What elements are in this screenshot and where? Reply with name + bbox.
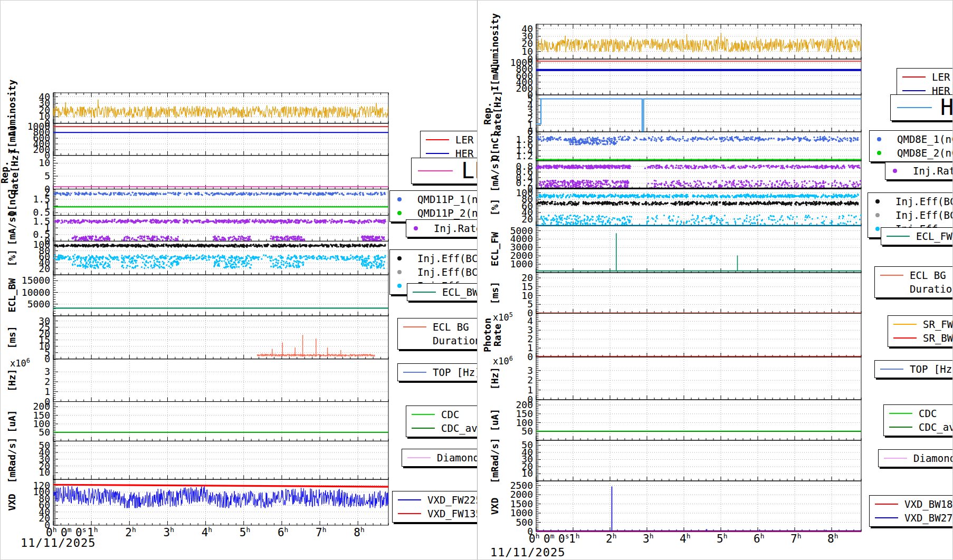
legend-ecl-fw: ECL_FW — [881, 227, 953, 245]
x-axis-hour-label: 8h — [827, 532, 838, 545]
legend-vxd-fw225: VXD_FW225VXD_FW135 — [392, 491, 488, 523]
legend-inj-rate: Inj.Rate — [885, 162, 953, 180]
legend-line-marker — [889, 413, 912, 414]
y-tick-label: 0.8 — [516, 161, 533, 172]
legend-line-marker — [875, 504, 898, 505]
right-beam-monitor-chart: 11/11/2025 010203040Luminosity0200400600… — [477, 1, 953, 560]
x-axis-hour-label: 7h — [790, 532, 801, 545]
legend-label: VXD_BW180 — [904, 497, 953, 511]
legend-dot-marker — [877, 137, 881, 141]
legend-line-marker — [403, 372, 426, 373]
y-axis-unit-label: [%] — [6, 249, 17, 267]
legend-item: QMD11P_2(nC) — [395, 206, 490, 220]
legend-qmd8e-1-nc-: QMD8E_1(nC)QMD8E_2(nC) — [869, 130, 953, 162]
x-axis-hour-label: 5h — [717, 532, 727, 545]
legend-item: CDC_av — [889, 420, 953, 434]
y-tick-label: 4 — [527, 315, 533, 326]
legend-label: Diamond — [913, 451, 953, 465]
legend-label: TOP [Hz] — [910, 362, 953, 376]
legend-item: CDC — [889, 407, 953, 420]
y-axis-unit-label: I[mA] — [6, 125, 17, 153]
legend-label: QMD8E_1(nC) — [897, 132, 953, 146]
legend-item: VXD_BW270 — [875, 511, 953, 525]
legend-line-marker — [407, 457, 431, 458]
legend-dot-marker — [397, 211, 402, 215]
legend-item: LER — [426, 133, 473, 147]
x-axis-hour-label: 2h — [606, 532, 616, 545]
x-axis-hour-label: 5h — [240, 526, 250, 539]
x-axis-start-label: 0s — [75, 526, 86, 539]
series-HER — [536, 99, 861, 132]
legend-diamond: Diamond — [402, 449, 485, 467]
legend-label: QMD8E_2(nC) — [897, 146, 953, 160]
x-axis-hour-label: 6h — [278, 526, 288, 539]
legend-label: Inj.Rate — [434, 221, 482, 235]
legend-line-marker — [398, 513, 421, 514]
legend-item: Diamond — [407, 451, 479, 465]
legend-item: SR_FW — [893, 317, 953, 331]
legend-line-marker — [398, 499, 421, 500]
legend-line-marker — [426, 153, 449, 154]
legend-sr-fw: SR_FWSR_BW — [888, 315, 953, 347]
y-tick-label: 200 — [33, 401, 50, 412]
y-axis-unit-label: [ms] — [6, 326, 17, 349]
beam-monitor-page: 11/11/2025 010203040Luminosity0200400600… — [0, 0, 953, 560]
legend-item: Inj.Rate — [891, 164, 953, 178]
legend-label: Duration — [433, 334, 481, 347]
legend-item: Inj.Eff(BCM1) — [873, 195, 953, 208]
legend-label: SR_BW — [923, 331, 953, 345]
legend-label: CDC — [441, 408, 459, 421]
legend-diamond: Diamond — [878, 449, 953, 467]
y-axis-unit-label: [uA] — [489, 409, 500, 431]
legend-cdc: CDCCDC_av — [883, 404, 953, 436]
legend-item: QMD8E_1(nC) — [875, 132, 953, 146]
legend-line-marker — [893, 337, 917, 339]
legend-top-hz-: TOP [Hz] — [874, 360, 953, 378]
legend-vxd-bw180: VXD_BW180VXD_BW270 — [869, 495, 953, 527]
y-axis-unit-label: Q[nC] — [489, 132, 500, 160]
legend-label: VXD_FW225 — [427, 493, 482, 507]
axis-scale-label: x106 — [493, 355, 513, 366]
x-axis-start-label: 0m — [544, 532, 554, 545]
y-tick-label: 20 — [521, 272, 533, 283]
x-axis-hour-label: 4h — [680, 532, 690, 545]
y-axis-unit-label: Rate[Hz] — [492, 91, 503, 137]
legend-line-marker — [413, 292, 436, 293]
y-axis-unit-label: Luminosity — [489, 13, 500, 71]
y-axis-unit-label: I[mA] — [489, 63, 500, 91]
x-axis-start-label: 0h — [46, 526, 56, 539]
legend-label: SR_FW — [923, 317, 953, 331]
legend-item: SR_BW — [893, 331, 953, 345]
legend-line-marker — [426, 139, 449, 140]
legend-label: ECL_BW — [442, 285, 479, 299]
x-axis-hour-label: 3h — [643, 532, 653, 545]
legend-dot-marker — [414, 226, 418, 230]
y-tick-label: 1.5 — [33, 216, 50, 227]
y-tick-label: 200 — [516, 399, 533, 410]
legend-line-marker — [412, 414, 435, 415]
y-tick-label: 100 — [33, 239, 50, 250]
legend-line-marker — [880, 369, 903, 370]
legend-inj-rate: Inj.Rate — [406, 219, 488, 237]
y-tick-label: 3 — [527, 365, 533, 376]
x-axis-start-label: 0s — [558, 532, 569, 545]
legend-item: VXD_FW225 — [398, 493, 482, 507]
y-axis-unit-label: Photon — [482, 318, 493, 352]
y-tick-label: 10 — [39, 157, 50, 168]
legend-item: Inj.Eff(BCM2) — [873, 208, 953, 222]
legend-label: Inj.Rate — [913, 164, 953, 178]
y-axis-unit-label: VXD — [489, 498, 500, 515]
legend-top-hz-: TOP [Hz] — [397, 363, 487, 381]
legend-dot-marker — [397, 284, 402, 288]
legend-line-marker — [875, 517, 898, 518]
legend-item: Duration — [403, 334, 481, 347]
legend-label: TOP [Hz] — [433, 365, 481, 379]
legend-her: HER — [890, 94, 953, 121]
y-axis-unit-label: [mA/s] — [6, 211, 17, 245]
x-axis-hour-label: 6h — [754, 532, 764, 545]
series-VXD_FW225 — [53, 486, 388, 508]
left-beam-monitor-chart: 11/11/2025 010203040Luminosity0200400600… — [1, 1, 477, 560]
x-axis-hour-label: 2h — [125, 526, 136, 539]
y-tick-label: 120 — [33, 480, 50, 491]
legend-dot-marker — [875, 227, 880, 231]
